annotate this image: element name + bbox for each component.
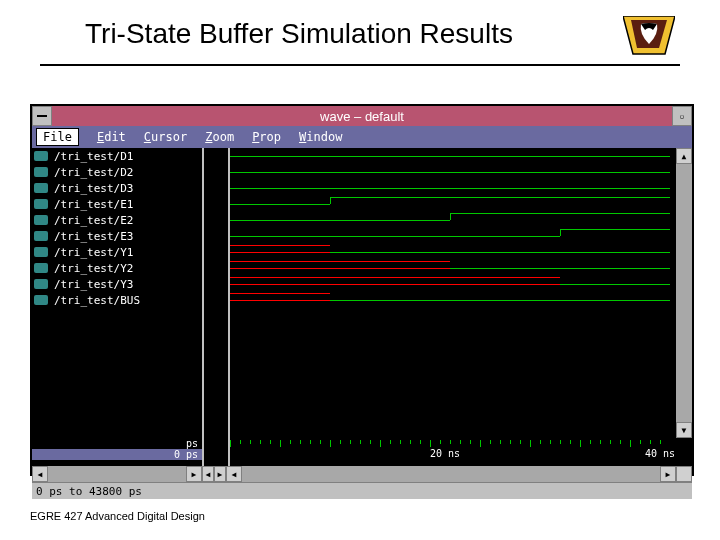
signal-row[interactable]: /tri_test/D1 bbox=[32, 148, 202, 164]
status-bar: 0 ps to 43800 ps bbox=[32, 482, 692, 499]
val-col-scrollbar[interactable]: ◀ ▶ bbox=[202, 466, 226, 482]
window-titlebar: wave – default ▫ bbox=[32, 106, 692, 126]
maximize-button[interactable]: ▫ bbox=[672, 106, 692, 126]
menu-prop[interactable]: Prop bbox=[252, 130, 281, 144]
vt-logo bbox=[623, 16, 675, 60]
signal-name: /tri_test/D3 bbox=[54, 182, 133, 195]
signal-name-column: /tri_test/D1 /tri_test/D2 /tri_test/D3 /… bbox=[32, 148, 204, 438]
scroll-left-icon[interactable]: ◀ bbox=[32, 466, 48, 482]
scroll-up-icon[interactable]: ▲ bbox=[676, 148, 692, 164]
signal-name: /tri_test/D2 bbox=[54, 166, 133, 179]
signal-row[interactable]: /tri_test/Y1 bbox=[32, 244, 202, 260]
signal-icon bbox=[34, 199, 48, 209]
signal-name: /tri_test/E3 bbox=[54, 230, 133, 243]
signal-row[interactable]: /tri_test/Y3 bbox=[32, 276, 202, 292]
signal-icon bbox=[34, 215, 48, 225]
signal-row[interactable]: /tri_test/E1 bbox=[32, 196, 202, 212]
signal-value-column bbox=[204, 148, 230, 438]
signal-name: /tri_test/E2 bbox=[54, 214, 133, 227]
wave-scrollbar[interactable]: ◀ ▶ bbox=[226, 466, 676, 482]
system-menu-icon[interactable] bbox=[32, 106, 52, 126]
menu-edit[interactable]: Edit bbox=[97, 130, 126, 144]
menu-window[interactable]: Window bbox=[299, 130, 342, 144]
scroll-left-icon[interactable]: ◀ bbox=[226, 466, 242, 482]
waveform-area: /tri_test/D1 /tri_test/D2 /tri_test/D3 /… bbox=[32, 148, 692, 438]
signal-name: /tri_test/Y2 bbox=[54, 262, 133, 275]
signal-icon bbox=[34, 231, 48, 241]
menu-file[interactable]: File bbox=[36, 128, 79, 146]
scroll-left-icon[interactable]: ◀ bbox=[202, 466, 214, 482]
window-title: wave – default bbox=[52, 109, 672, 124]
scroll-track[interactable] bbox=[676, 164, 692, 422]
name-col-scrollbar[interactable]: ◀ ▶ bbox=[32, 466, 202, 482]
waveform-window: wave – default ▫ File Edit Cursor Zoom P… bbox=[30, 104, 694, 476]
signal-icon bbox=[34, 151, 48, 161]
signal-row[interactable]: /tri_test/D3 bbox=[32, 180, 202, 196]
signal-icon bbox=[34, 263, 48, 273]
signal-name: /tri_test/BUS bbox=[54, 294, 140, 307]
scroll-right-icon[interactable]: ▶ bbox=[660, 466, 676, 482]
ruler-canvas[interactable]: 20 ns 40 ns bbox=[230, 438, 676, 466]
cursor-time: 0 ps bbox=[32, 449, 202, 460]
signal-icon bbox=[34, 183, 48, 193]
time-ruler: ps 0 ps 20 ns 40 ns bbox=[32, 438, 692, 466]
signal-row[interactable]: /tri_test/E3 bbox=[32, 228, 202, 244]
menu-cursor[interactable]: Cursor bbox=[144, 130, 187, 144]
horizontal-scrollbars: ◀ ▶ ◀ ▶ ◀ ▶ bbox=[32, 466, 692, 482]
menu-zoom[interactable]: Zoom bbox=[205, 130, 234, 144]
signal-row[interactable]: /tri_test/Y2 bbox=[32, 260, 202, 276]
signal-name: /tri_test/Y1 bbox=[54, 246, 133, 259]
scroll-down-icon[interactable]: ▼ bbox=[676, 422, 692, 438]
signal-name: /tri_test/Y3 bbox=[54, 278, 133, 291]
signal-row[interactable]: /tri_test/D2 bbox=[32, 164, 202, 180]
signal-row[interactable]: /tri_test/BUS bbox=[32, 292, 202, 308]
menu-bar: File Edit Cursor Zoom Prop Window bbox=[32, 126, 692, 148]
scroll-right-icon[interactable]: ▶ bbox=[186, 466, 202, 482]
signal-icon bbox=[34, 247, 48, 257]
signal-icon bbox=[34, 167, 48, 177]
scrollbar-corner bbox=[676, 466, 692, 482]
signal-icon bbox=[34, 279, 48, 289]
vertical-scrollbar[interactable]: ▲ ▼ bbox=[676, 148, 692, 438]
ruler-label-20ns: 20 ns bbox=[430, 448, 460, 459]
signal-row[interactable]: /tri_test/E2 bbox=[32, 212, 202, 228]
slide-footer: EGRE 427 Advanced Digital Design bbox=[30, 510, 205, 522]
title-divider bbox=[40, 64, 680, 66]
signal-name: /tri_test/E1 bbox=[54, 198, 133, 211]
page-title: Tri-State Buffer Simulation Results bbox=[85, 18, 513, 50]
signal-name: /tri_test/D1 bbox=[54, 150, 133, 163]
signal-icon bbox=[34, 295, 48, 305]
time-unit-label: ps bbox=[32, 438, 202, 449]
scroll-right-icon[interactable]: ▶ bbox=[214, 466, 226, 482]
waveform-canvas[interactable] bbox=[230, 148, 676, 438]
ruler-label-40ns: 40 ns bbox=[645, 448, 675, 459]
